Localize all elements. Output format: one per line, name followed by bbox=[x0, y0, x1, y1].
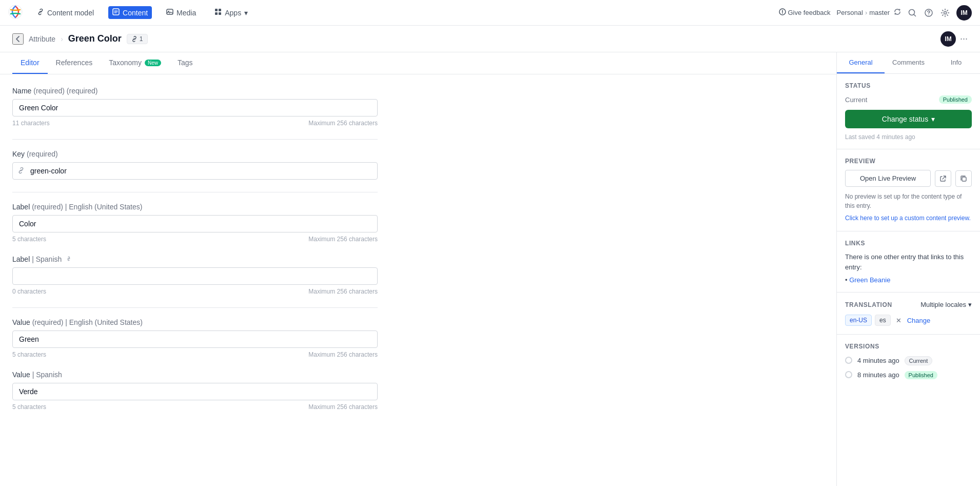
content-area: Editor References Taxonomy New Tags Name… bbox=[0, 52, 836, 486]
status-row: Current Published bbox=[845, 95, 972, 104]
version-info-1: 4 minutes ago Current bbox=[857, 356, 972, 364]
tab-taxonomy-label: Taxonomy bbox=[109, 59, 142, 67]
nav-apps[interactable]: Apps ▾ bbox=[210, 6, 252, 19]
version-time-1: 4 minutes ago bbox=[857, 357, 899, 364]
key-field-label: Key (required) bbox=[12, 150, 378, 158]
content-icon bbox=[112, 8, 120, 17]
translation-locales-dropdown[interactable]: Multiple locales ▾ bbox=[920, 301, 972, 308]
sidebar-tab-comments-label: Comments bbox=[892, 59, 925, 66]
search-icon[interactable] bbox=[907, 8, 917, 18]
svg-rect-6 bbox=[215, 12, 218, 15]
svg-rect-2 bbox=[167, 9, 173, 14]
tab-references-label: References bbox=[56, 59, 93, 67]
key-link-icon bbox=[17, 167, 25, 176]
nav-right: Give feedback Personal › master IM bbox=[779, 5, 972, 21]
name-char-count: 11 characters bbox=[12, 120, 50, 127]
feedback-icon bbox=[779, 8, 786, 17]
name-field-label: Name (required) (required) bbox=[12, 87, 378, 95]
open-live-preview-button[interactable]: Open Live Preview bbox=[845, 170, 931, 187]
apps-icon bbox=[214, 8, 222, 17]
env-master: master bbox=[869, 9, 890, 16]
entry-avatar[interactable]: IM bbox=[940, 31, 956, 47]
avatar[interactable]: IM bbox=[956, 5, 972, 21]
preview-copy-button[interactable] bbox=[955, 170, 972, 187]
preview-title: Preview bbox=[845, 158, 972, 165]
top-navigation: Content model Content Media Apps ▾ bbox=[0, 0, 980, 26]
preview-external-link-button[interactable] bbox=[935, 170, 951, 187]
tab-tags[interactable]: Tags bbox=[169, 52, 201, 74]
translation-header: Translation Multiple locales ▾ bbox=[845, 301, 972, 308]
link-icon bbox=[37, 8, 44, 17]
nav-media[interactable]: Media bbox=[162, 6, 200, 19]
status-title: Status bbox=[845, 82, 972, 89]
key-input[interactable] bbox=[12, 162, 378, 180]
locale-change-link[interactable]: Change bbox=[907, 317, 931, 324]
label-es-max-chars: Maximum 256 characters bbox=[308, 288, 378, 295]
breadcrumb-left: Attribute › Green Color 1 bbox=[12, 33, 148, 45]
svg-point-11 bbox=[928, 14, 929, 15]
version-radio-1[interactable] bbox=[845, 357, 852, 364]
versions-title: Versions bbox=[845, 343, 972, 350]
give-feedback-link[interactable]: Give feedback bbox=[779, 8, 831, 17]
feedback-label: Give feedback bbox=[788, 9, 831, 16]
value-en-field-label: Value (required) | English (United State… bbox=[12, 318, 378, 326]
svg-rect-7 bbox=[219, 12, 221, 15]
svg-point-12 bbox=[944, 11, 947, 14]
sidebar-tab-general[interactable]: General bbox=[837, 52, 885, 73]
name-required: (required) bbox=[33, 87, 65, 95]
link-badge[interactable]: 1 bbox=[127, 34, 148, 44]
nav-content-model[interactable]: Content model bbox=[33, 6, 98, 19]
value-es-input[interactable] bbox=[12, 383, 378, 400]
breadcrumb-title: Green Color bbox=[68, 33, 122, 44]
env-sync-icon bbox=[894, 8, 901, 17]
change-status-button[interactable]: Change status ▾ bbox=[845, 110, 972, 128]
value-en-field-section: Value (required) | English (United State… bbox=[12, 318, 378, 358]
help-icon[interactable] bbox=[924, 8, 934, 18]
name-field-section: Name (required) (required) 11 characters… bbox=[12, 87, 378, 127]
value-en-max-chars: Maximum 256 characters bbox=[308, 351, 378, 358]
links-title: Links bbox=[845, 240, 972, 247]
link-count: 1 bbox=[140, 35, 143, 43]
locale-tag-es[interactable]: es bbox=[875, 315, 891, 326]
tab-references[interactable]: References bbox=[48, 52, 101, 74]
back-button[interactable] bbox=[12, 33, 24, 45]
version-item-2: 8 minutes ago Published bbox=[845, 371, 972, 379]
nav-content[interactable]: Content bbox=[108, 6, 152, 19]
label-en-input[interactable] bbox=[12, 215, 378, 232]
more-options-button[interactable]: ··· bbox=[960, 33, 968, 44]
sidebar: General Comments Info Status Current Pub… bbox=[836, 52, 980, 486]
label-en-field-section: Label (required) | English (United State… bbox=[12, 203, 378, 243]
svg-rect-5 bbox=[219, 9, 221, 11]
last-saved-text: Last saved 4 minutes ago bbox=[845, 133, 972, 141]
label-es-field-section: Label | Spanish 0 characters Maximum 256… bbox=[12, 255, 378, 295]
value-es-char-count: 5 characters bbox=[12, 403, 46, 411]
settings-icon[interactable] bbox=[940, 8, 950, 18]
links-note: There is one other entry that links to t… bbox=[845, 252, 972, 272]
status-section: Status Current Published Change status ▾… bbox=[837, 74, 980, 149]
media-icon bbox=[166, 8, 173, 17]
key-field-section: Key (required) bbox=[12, 150, 378, 180]
tab-editor[interactable]: Editor bbox=[12, 52, 48, 74]
label-es-input[interactable] bbox=[12, 267, 378, 285]
chevron-down-icon: ▾ bbox=[968, 301, 972, 308]
linked-entry-item[interactable]: Green Beanie bbox=[845, 276, 972, 284]
change-status-label: Change status bbox=[882, 115, 928, 123]
preview-note: No preview is set up for the content typ… bbox=[845, 192, 972, 210]
chevron-down-icon: ▾ bbox=[931, 115, 935, 123]
version-badge-published: Published bbox=[905, 371, 937, 379]
name-input[interactable] bbox=[12, 99, 378, 116]
status-current-label: Current bbox=[845, 96, 867, 104]
taxonomy-badge: New bbox=[145, 60, 161, 66]
version-radio-2[interactable] bbox=[845, 371, 852, 378]
tab-taxonomy[interactable]: Taxonomy New bbox=[101, 52, 169, 74]
preview-setup-link[interactable]: Click here to set up a custom content pr… bbox=[845, 213, 972, 223]
value-en-input[interactable] bbox=[12, 331, 378, 348]
locale-remove-button[interactable]: ✕ bbox=[894, 315, 904, 325]
preview-section: Preview Open Live Preview No preview is … bbox=[837, 149, 980, 231]
nav-left: Content model Content Media Apps ▾ bbox=[8, 5, 252, 21]
app-logo[interactable] bbox=[8, 5, 23, 21]
nav-content-label: Content bbox=[123, 9, 148, 17]
locale-tag-en-us[interactable]: en-US bbox=[845, 315, 872, 326]
sidebar-tab-info[interactable]: Info bbox=[932, 52, 980, 73]
sidebar-tab-comments[interactable]: Comments bbox=[885, 52, 932, 73]
